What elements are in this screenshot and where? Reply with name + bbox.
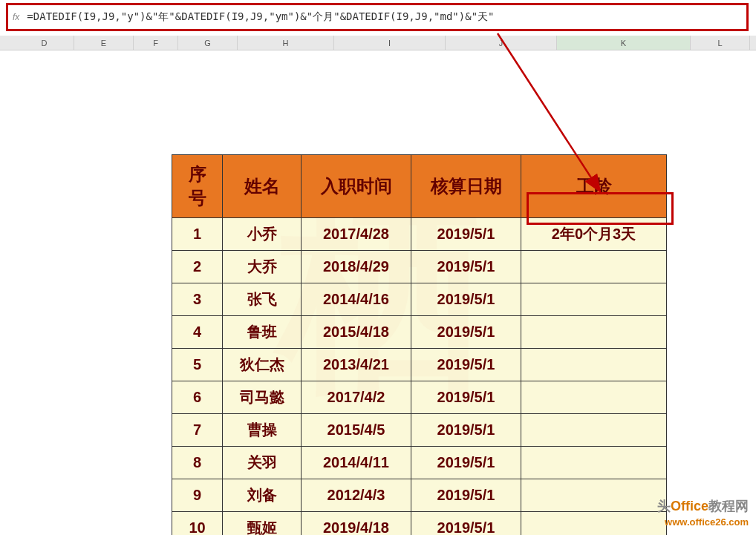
cell-name[interactable]: 小乔 [223, 218, 302, 251]
cell-seq[interactable]: 3 [172, 283, 223, 316]
cell-hire[interactable]: 2019/4/18 [302, 512, 411, 536]
col-header-l[interactable]: L [691, 36, 750, 50]
th-sequence[interactable]: 序号 [172, 155, 223, 218]
footer-branding: 头Office教程网 www.office26.com [657, 497, 749, 528]
col-header-j[interactable]: J [446, 36, 557, 50]
cell-name[interactable]: 司马懿 [223, 381, 302, 414]
cell-tenure[interactable] [521, 283, 667, 316]
th-calc-date[interactable]: 核算日期 [411, 155, 521, 218]
cell-seq[interactable]: 4 [172, 316, 223, 349]
cell-calc[interactable]: 2019/5/1 [411, 381, 521, 414]
col-header-i[interactable]: I [334, 36, 446, 50]
cell-calc[interactable]: 2019/5/1 [411, 316, 521, 349]
table-row: 2大乔2018/4/292019/5/1 [172, 251, 667, 283]
logo-url: www.office26.com [665, 516, 749, 528]
col-header-d[interactable]: D [15, 36, 74, 50]
cell-calc[interactable]: 2019/5/1 [411, 251, 521, 283]
cell-tenure[interactable] [521, 479, 667, 512]
cell-hire[interactable]: 2015/4/18 [302, 316, 411, 349]
table-row: 9刘备2012/4/32019/5/1 [172, 479, 667, 512]
cell-hire[interactable]: 2012/4/3 [302, 479, 411, 512]
table-row: 7曹操2015/4/52019/5/1 [172, 414, 667, 447]
cell-seq[interactable]: 10 [172, 512, 223, 536]
table-row: 4鲁班2015/4/182019/5/1 [172, 316, 667, 349]
cell-calc[interactable]: 2019/5/1 [411, 414, 521, 447]
cell-tenure[interactable] [521, 251, 667, 283]
cell-hire[interactable]: 2014/4/11 [302, 447, 411, 479]
cell-seq[interactable]: 1 [172, 218, 223, 251]
cell-name[interactable]: 大乔 [223, 251, 302, 283]
fx-icon: fx [8, 12, 24, 22]
logo-text: 头Office教程网 [657, 497, 749, 515]
formula-input[interactable] [24, 8, 746, 26]
cell-hire[interactable]: 2014/4/16 [302, 283, 411, 316]
cell-seq[interactable]: 2 [172, 251, 223, 283]
cell-tenure[interactable] [521, 512, 667, 536]
th-hire-date[interactable]: 入职时间 [302, 155, 411, 218]
cell-name[interactable]: 狄仁杰 [223, 349, 302, 381]
th-name[interactable]: 姓名 [223, 155, 302, 218]
cell-name[interactable]: 关羽 [223, 447, 302, 479]
cell-hire[interactable]: 2018/4/29 [302, 251, 411, 283]
cell-seq[interactable]: 7 [172, 414, 223, 447]
cell-seq[interactable]: 6 [172, 381, 223, 414]
table-row: 3张飞2014/4/162019/5/1 [172, 283, 667, 316]
cell-calc[interactable]: 2019/5/1 [411, 512, 521, 536]
cell-tenure[interactable]: 2年0个月3天 [521, 218, 667, 251]
cell-name[interactable]: 甄姬 [223, 512, 302, 536]
cell-seq[interactable]: 9 [172, 479, 223, 512]
cell-calc[interactable]: 2019/5/1 [411, 283, 521, 316]
formula-bar[interactable]: fx [6, 3, 749, 31]
cell-seq[interactable]: 5 [172, 349, 223, 381]
cell-name[interactable]: 刘备 [223, 479, 302, 512]
table-header-row: 序号 姓名 入职时间 核算日期 工龄 [172, 155, 667, 218]
col-header-h[interactable]: H [238, 36, 334, 50]
cell-calc[interactable]: 2019/5/1 [411, 218, 521, 251]
cell-name[interactable]: 鲁班 [223, 316, 302, 349]
table-row: 6司马懿2017/4/22019/5/1 [172, 381, 667, 414]
table-row: 5狄仁杰2013/4/212019/5/1 [172, 349, 667, 381]
col-header-f[interactable]: F [134, 36, 178, 50]
cell-hire[interactable]: 2013/4/21 [302, 349, 411, 381]
col-header-k[interactable]: K [557, 36, 691, 50]
cell-calc[interactable]: 2019/5/1 [411, 349, 521, 381]
cell-tenure[interactable] [521, 381, 667, 414]
cell-seq[interactable]: 8 [172, 447, 223, 479]
cell-tenure[interactable] [521, 414, 667, 447]
cell-hire[interactable]: 2017/4/28 [302, 218, 411, 251]
cell-tenure[interactable] [521, 447, 667, 479]
table-row: 1小乔2017/4/282019/5/12年0个月3天 [172, 218, 667, 251]
col-header-g[interactable]: G [178, 36, 238, 50]
cell-name[interactable]: 曹操 [223, 414, 302, 447]
col-header-e[interactable]: E [74, 36, 134, 50]
data-table: 序号 姓名 入职时间 核算日期 工龄 1小乔2017/4/282019/5/12… [172, 154, 667, 535]
cell-name[interactable]: 张飞 [223, 283, 302, 316]
th-tenure[interactable]: 工龄 [521, 155, 667, 218]
table-row: 10甄姬2019/4/182019/5/1 [172, 512, 667, 536]
cell-hire[interactable]: 2017/4/2 [302, 381, 411, 414]
cell-tenure[interactable] [521, 316, 667, 349]
table-row: 8关羽2014/4/112019/5/1 [172, 447, 667, 479]
cell-hire[interactable]: 2015/4/5 [302, 414, 411, 447]
cell-tenure[interactable] [521, 349, 667, 381]
cell-calc[interactable]: 2019/5/1 [411, 479, 521, 512]
cell-calc[interactable]: 2019/5/1 [411, 447, 521, 479]
column-headers-row: D E F G H I J K L [0, 36, 756, 50]
